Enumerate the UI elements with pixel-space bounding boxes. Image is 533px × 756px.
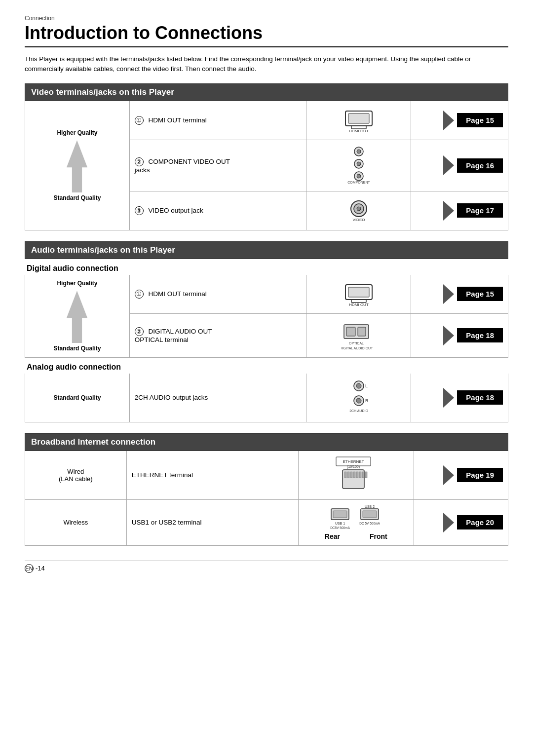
svg-marker-0: [67, 140, 87, 192]
usb-desc: USB1 or USB2 terminal: [126, 499, 298, 545]
page-17-cell: Page 17: [411, 191, 508, 230]
digital-quality-up-arrow: [62, 289, 92, 343]
page-badge: Page 19: [457, 468, 503, 482]
svg-marker-16: [67, 291, 87, 343]
digital-hdmi-label: HDMI OUT terminal: [149, 290, 207, 298]
svg-rect-37: [344, 472, 346, 478]
intro-text: This Player is equipped with the termina…: [25, 54, 508, 75]
en-circle: EN: [25, 564, 34, 573]
svg-text:2CH AUDIO: 2CH AUDIO: [349, 409, 368, 413]
video-connection-table: Higher Quality Standard Quality ① HDMI O…: [25, 101, 508, 230]
svg-rect-42: [359, 472, 361, 478]
svg-rect-39: [350, 472, 352, 478]
component-out-label: COMPONENT VIDEO OUTjacks: [135, 158, 230, 174]
svg-text:DC5V 500mA: DC5V 500mA: [330, 526, 350, 529]
digital-hdmi-desc: ① HDMI OUT terminal: [129, 275, 306, 314]
page-16-cell: Page 16: [411, 140, 508, 191]
page-19-cell: Page 19: [414, 451, 508, 500]
video-icon: VIDEO: [342, 196, 376, 224]
hdmi-out-label: HDMI OUT terminal: [149, 116, 207, 124]
breadcrumb: Connection: [25, 15, 508, 22]
analog-label: 2CH AUDIO output jacks: [135, 394, 208, 401]
page-badge: Page 18: [457, 328, 503, 342]
digital-standard-quality-label: Standard Quality: [53, 345, 101, 352]
svg-rect-46: [333, 511, 347, 518]
table-row: Wired(LAN cable) ETHERNET terminal ETHER…: [25, 451, 508, 500]
analog-quality-cell: Standard Quality: [25, 374, 130, 422]
hdmi-out-desc: ① HDMI OUT terminal: [129, 101, 306, 140]
usb2-icon: USB 2 DC 5V 500mA: [358, 505, 383, 529]
svg-rect-18: [348, 287, 369, 297]
svg-rect-23: [358, 327, 366, 336]
optical-icon: OPTICAL DIGITAL AUDIO OUT: [342, 319, 376, 351]
component-icon: COMPONENT: [342, 145, 376, 185]
svg-rect-40: [353, 472, 355, 478]
svg-text:HDMI OUT: HDMI OUT: [349, 302, 369, 307]
table-row: Higher Quality Standard Quality ① HDMI O…: [25, 101, 508, 140]
analog-desc: 2CH AUDIO output jacks: [129, 374, 306, 422]
svg-text:COMPONENT: COMPONENT: [347, 181, 370, 184]
component-out-desc: ② COMPONENT VIDEO OUTjacks: [129, 140, 306, 191]
digital-higher-quality-label: Higher Quality: [57, 280, 97, 287]
page-badge: Page 15: [457, 113, 503, 127]
hdmi-icon-2: HDMI OUT: [342, 280, 376, 307]
digital-hdmi-icon-cell: HDMI OUT: [306, 275, 411, 314]
video-out-label: VIDEO output jack: [149, 207, 203, 214]
digital-audio-title: Digital audio connection: [25, 264, 508, 273]
ethernet-desc: ETHERNET terminal: [126, 451, 298, 500]
page-badge: Page 16: [457, 158, 503, 173]
rear-label: Rear: [325, 532, 340, 540]
optical-icon-cell: OPTICAL DIGITAL AUDIO OUT: [306, 313, 411, 357]
right-arrow-icon: [443, 326, 454, 345]
page-18-cell-2: Page 18: [411, 374, 508, 422]
quality-arrow-cell: Higher Quality Standard Quality: [25, 101, 130, 230]
quality-up-arrow: [62, 138, 92, 192]
digital-quality-arrow-cell: Higher Quality Standard Quality: [25, 275, 130, 358]
optical-desc: ② DIGITAL AUDIO OUTOPTICAL terminal: [129, 313, 306, 357]
broadband-section-header: Broadband Internet connection: [25, 433, 508, 451]
right-arrow-icon: [443, 201, 454, 221]
usb-label: USB1 or USB2 terminal: [132, 519, 202, 526]
item-num-d2: ②: [135, 327, 144, 336]
item-num-1: ①: [135, 116, 144, 125]
ethernet-icon: ETHERNET (10/100): [334, 456, 378, 493]
svg-point-30: [356, 398, 361, 403]
broadband-section: Broadband Internet connection Wired(LAN …: [25, 433, 508, 546]
svg-rect-44: [365, 472, 367, 478]
broadband-table: Wired(LAN cable) ETHERNET terminal ETHER…: [25, 451, 508, 546]
component-out-icon-cell: COMPONENT: [306, 140, 411, 191]
digital-audio-table: Higher Quality Standard Quality ① HDMI O…: [25, 275, 508, 358]
audio-section: Audio terminals/jacks on this Player Dig…: [25, 241, 508, 422]
higher-quality-label: Higher Quality: [57, 129, 97, 136]
analog-audio-title: Analog audio connection: [25, 363, 508, 372]
analog-icon-cell: L R 2CH AUDIO: [306, 374, 411, 422]
page-badge: Page 17: [457, 203, 503, 218]
svg-text:HDMI OUT: HDMI OUT: [349, 129, 369, 133]
ethernet-icon-cell: ETHERNET (10/100): [298, 451, 414, 500]
video-section-header: Video terminals/jacks on this Player: [25, 83, 508, 101]
svg-text:L: L: [365, 383, 368, 388]
svg-rect-2: [348, 113, 369, 123]
svg-point-6: [357, 150, 361, 153]
page-title: Introduction to Connections: [25, 23, 508, 47]
right-arrow-icon: [443, 465, 454, 485]
page-15-cell-1: Page 15: [411, 101, 508, 140]
svg-text:OPTICAL: OPTICAL: [349, 341, 364, 345]
svg-text:USB 2: USB 2: [365, 505, 375, 508]
wired-label-cell: Wired(LAN cable): [25, 451, 127, 500]
right-arrow-icon: [443, 155, 454, 175]
page-20-cell: Page 20: [414, 499, 508, 545]
footer-page-num: 14: [38, 565, 44, 572]
svg-rect-50: [363, 511, 377, 518]
table-row: Standard Quality 2CH AUDIO output jacks …: [25, 374, 508, 422]
svg-text:(10/100): (10/100): [347, 465, 360, 469]
right-arrow-icon: [443, 388, 454, 408]
page-badge: Page 18: [457, 390, 503, 405]
svg-rect-41: [356, 472, 358, 478]
svg-text:ETHERNET: ETHERNET: [343, 459, 364, 464]
item-num-d1: ①: [135, 290, 144, 299]
usb-icon-cell: USB 1 DC5V 500mA USB 2 DC 5V 500mA: [298, 499, 414, 545]
analog-standard-quality-label: Standard Quality: [53, 394, 101, 401]
table-row: Higher Quality Standard Quality ① HDMI O…: [25, 275, 508, 314]
front-label: Front: [370, 532, 387, 540]
